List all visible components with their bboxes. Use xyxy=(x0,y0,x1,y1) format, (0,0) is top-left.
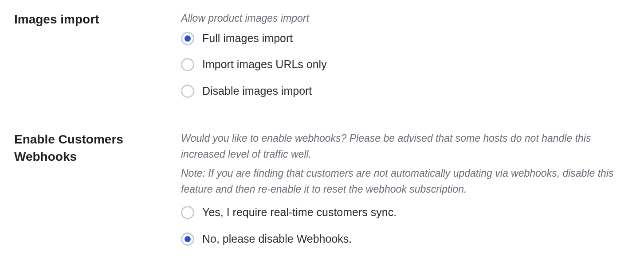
setting-label-col: Enable Customers Webhooks xyxy=(14,131,181,165)
radio-disable-images-import[interactable] xyxy=(181,85,194,98)
radio-webhooks-yes[interactable] xyxy=(181,206,194,219)
customers-webhooks-radio-group: Yes, I require real-time customers sync.… xyxy=(181,205,630,247)
radio-label-webhooks-no[interactable]: No, please disable Webhooks. xyxy=(202,232,352,247)
setting-label-col: Images import xyxy=(14,11,181,28)
radio-label-import-urls-only[interactable]: Import images URLs only xyxy=(202,57,327,72)
radio-full-images-import[interactable] xyxy=(181,32,194,45)
radio-label-disable-images-import[interactable]: Disable images import xyxy=(202,84,312,99)
radio-webhooks-no[interactable] xyxy=(181,232,194,246)
setting-content-col: Allow product images import Full images … xyxy=(181,11,630,99)
radio-item-urls-only: Import images URLs only xyxy=(181,57,630,72)
customers-webhooks-help-2: Note: If you are finding that customers … xyxy=(181,166,630,197)
customers-webhooks-help-1: Would you like to enable webhooks? Pleas… xyxy=(181,131,630,162)
images-import-radio-group: Full images import Import images URLs on… xyxy=(181,31,630,99)
radio-import-urls-only[interactable] xyxy=(181,58,194,71)
radio-item-disable-images: Disable images import xyxy=(181,84,630,99)
radio-label-full-images-import[interactable]: Full images import xyxy=(202,31,293,46)
customers-webhooks-title: Enable Customers Webhooks xyxy=(14,131,170,165)
radio-item-webhooks-no: No, please disable Webhooks. xyxy=(181,232,630,247)
setting-content-col: Would you like to enable webhooks? Pleas… xyxy=(181,131,630,247)
setting-images-import: Images import Allow product images impor… xyxy=(14,11,630,99)
images-import-title: Images import xyxy=(14,11,170,28)
radio-label-webhooks-yes[interactable]: Yes, I require real-time customers sync. xyxy=(202,205,397,220)
radio-item-full-images: Full images import xyxy=(181,31,630,46)
setting-customers-webhooks: Enable Customers Webhooks Would you like… xyxy=(14,131,630,247)
images-import-help: Allow product images import xyxy=(181,11,630,27)
radio-item-webhooks-yes: Yes, I require real-time customers sync. xyxy=(181,205,630,220)
